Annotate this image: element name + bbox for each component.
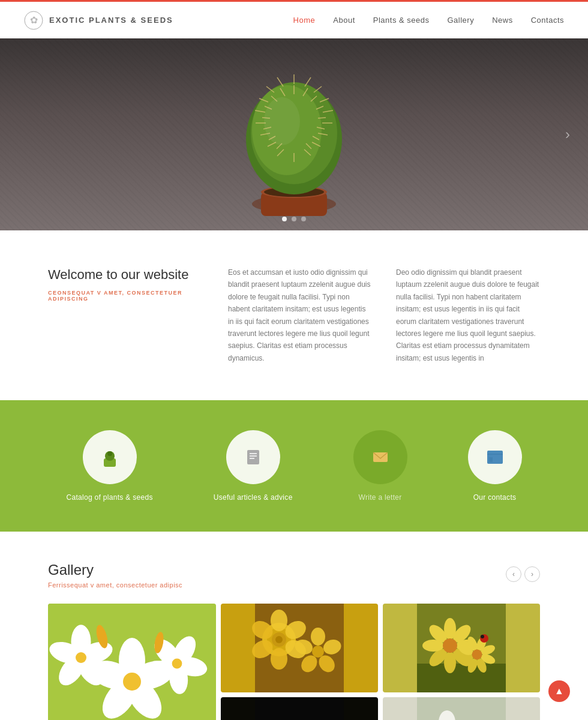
svg-point-42	[264, 97, 300, 145]
features-section: Catalog of plants & seeds Useful article…	[0, 400, 588, 532]
svg-point-86	[271, 648, 287, 670]
feature-contacts-icon	[468, 430, 522, 484]
welcome-title: Welcome to our website	[48, 266, 204, 284]
site-header: ✿ Exotic PlaNTS & Seeds Home About Plant…	[0, 0, 588, 38]
main-nav: Home About Plants & seeds Gallery News C…	[293, 16, 564, 25]
hero-dot-3[interactable]	[301, 217, 306, 221]
welcome-col-1: Eos et accumsan et iusto odio dignissim …	[228, 266, 372, 364]
svg-point-75	[172, 659, 182, 669]
svg-text:✿: ✿	[30, 15, 38, 25]
site-name: Exotic PlaNTS & Seeds	[49, 16, 173, 25]
logo[interactable]: ✿ Exotic PlaNTS & Seeds	[24, 11, 173, 30]
svg-point-83	[271, 610, 287, 631]
nav-gallery[interactable]: Gallery	[447, 16, 474, 25]
svg-point-45	[107, 451, 112, 456]
gallery-header: Gallery Ferrissequat v amet, consectetue…	[48, 562, 540, 589]
svg-point-114	[472, 650, 482, 660]
welcome-text-1: Eos et accumsan et iusto odio dignissim …	[228, 266, 372, 364]
scroll-top-button[interactable]: ▲	[548, 680, 570, 702]
svg-point-63	[123, 673, 141, 691]
svg-point-105	[443, 638, 457, 653]
welcome-subtitle: CEONSEQUAT V AMET, CONSECTETUER ADIPISCI…	[48, 290, 204, 302]
feature-articles-icon	[226, 430, 280, 484]
welcome-text-2: Deo odio dignissim qui blandit praesent …	[396, 266, 540, 364]
gallery-title: Gallery	[48, 562, 182, 578]
svg-point-69	[76, 652, 86, 663]
feature-articles[interactable]: Useful articles & advice	[214, 430, 293, 502]
gallery-item-1[interactable]	[48, 604, 216, 720]
nav-home[interactable]: Home	[293, 16, 316, 25]
feature-catalog-icon	[83, 430, 137, 484]
gallery-title-block: Gallery Ferrissequat v amet, consectetue…	[48, 562, 182, 589]
welcome-col-2: Deo odio dignissim qui blandit praesent …	[396, 266, 540, 364]
svg-point-116	[481, 635, 484, 638]
welcome-section: Welcome to our website CEONSEQUAT V AMET…	[0, 230, 588, 400]
feature-catalog[interactable]: Catalog of plants & seeds	[66, 430, 152, 502]
hero-section: ›	[0, 38, 588, 230]
nav-plants[interactable]: Plants & seeds	[373, 16, 430, 25]
nav-about[interactable]: About	[333, 16, 355, 25]
gallery-navigation: ‹ ›	[506, 562, 540, 582]
feature-articles-label: Useful articles & advice	[214, 493, 293, 502]
gallery-next-button[interactable]: ›	[524, 566, 540, 582]
feature-catalog-label: Catalog of plants & seeds	[66, 493, 152, 502]
svg-rect-53	[489, 457, 493, 462]
gallery-grid	[48, 604, 540, 720]
feature-contacts-label: Our contacts	[473, 493, 517, 502]
svg-point-82	[275, 636, 283, 643]
gallery-prev-button[interactable]: ‹	[506, 566, 521, 582]
svg-point-89	[311, 628, 325, 646]
feature-letter[interactable]: Write a letter	[353, 430, 407, 502]
hero-dots	[282, 217, 306, 221]
svg-rect-96	[417, 664, 506, 692]
hero-image	[216, 43, 372, 226]
feature-letter-label: Write a letter	[359, 493, 402, 502]
feature-letter-icon	[353, 430, 407, 484]
hero-dot-1[interactable]	[282, 217, 287, 221]
gallery-item-3[interactable]	[383, 604, 540, 692]
welcome-left-col: Welcome to our website CEONSEQUAT V AMET…	[48, 266, 204, 364]
svg-rect-46	[247, 450, 259, 464]
svg-point-94	[312, 646, 324, 658]
nav-contacts[interactable]: Contacts	[531, 16, 564, 25]
svg-rect-117	[255, 697, 344, 720]
gallery-subtitle: Ferrissequat v amet, consectetuer adipis…	[48, 581, 182, 589]
cactus-svg	[216, 43, 372, 223]
svg-rect-138	[417, 697, 506, 720]
svg-line-31	[318, 118, 326, 118]
gallery-section: Gallery Ferrissequat v amet, consectetue…	[0, 532, 588, 720]
nav-news[interactable]: News	[492, 16, 513, 25]
hero-dot-2[interactable]	[292, 217, 296, 221]
gallery-item-2[interactable]	[221, 604, 378, 692]
feature-contacts[interactable]: Our contacts	[468, 430, 522, 502]
hero-next-arrow[interactable]: ›	[565, 126, 570, 143]
logo-icon: ✿	[24, 11, 43, 30]
gallery-item-4[interactable]	[221, 697, 378, 720]
gallery-item-5[interactable]	[383, 697, 540, 720]
